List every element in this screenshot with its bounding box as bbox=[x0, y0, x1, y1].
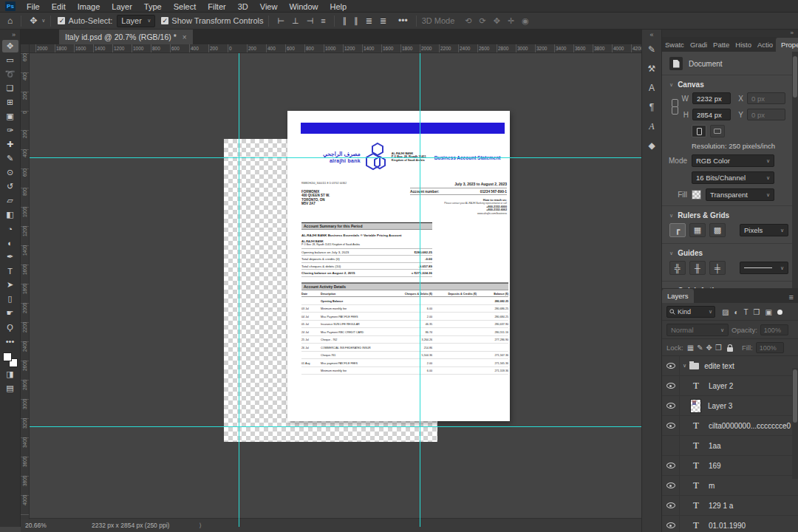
guide-style-select[interactable]: ∨ bbox=[740, 262, 788, 274]
toggle-pixel-grid-icon[interactable]: ▩ bbox=[709, 223, 726, 237]
3d-camera-icon[interactable]: ◉ bbox=[519, 16, 532, 26]
3d-orbit-icon[interactable]: ⟲ bbox=[462, 16, 474, 26]
layer-row[interactable]: ∨ T Layer 3 bbox=[662, 396, 798, 416]
close-icon[interactable]: × bbox=[183, 33, 187, 41]
screen-mode-icon[interactable]: ▤ bbox=[2, 382, 18, 395]
hand-tool-icon[interactable]: ☛ bbox=[2, 307, 18, 319]
eyedropper-tool-icon[interactable]: ✑ bbox=[2, 124, 18, 137]
menu-item[interactable]: Window bbox=[283, 2, 324, 11]
fill-field[interactable]: 100% bbox=[756, 342, 784, 353]
align-edges-icon[interactable]: ≡ bbox=[318, 16, 328, 25]
layer-row[interactable]: ∨ T edite text bbox=[662, 356, 798, 376]
tool-presets-panel-icon[interactable]: ⚒ bbox=[643, 61, 661, 77]
menu-item[interactable]: Type bbox=[138, 2, 168, 11]
quick-actions-section-header[interactable]: ∨ Quick Actions bbox=[662, 282, 798, 288]
canvas-height-field[interactable]: 2854 px bbox=[692, 109, 731, 120]
history-brush-tool-icon[interactable]: ↺ bbox=[2, 180, 18, 193]
align-left-edges-icon[interactable]: ⊢ bbox=[274, 16, 287, 26]
layer-visibility-toggle[interactable] bbox=[662, 436, 680, 455]
chevron-down-icon[interactable]: ∨ bbox=[683, 363, 686, 369]
layer-filter-kind-select[interactable]: Kind ∨ bbox=[666, 306, 715, 318]
link-dimensions-icon[interactable] bbox=[671, 99, 678, 114]
pen-tool-icon[interactable]: ✒ bbox=[2, 250, 18, 263]
fill-color-swatch[interactable] bbox=[692, 190, 701, 200]
lasso-tool-icon[interactable]: ➰ bbox=[2, 68, 18, 81]
vertical-guide[interactable] bbox=[239, 44, 239, 527]
lock-position-icon[interactable]: ✥ bbox=[706, 344, 713, 352]
auto-select-checkbox[interactable]: ✓ bbox=[58, 17, 65, 24]
type-tool-icon[interactable]: T bbox=[2, 265, 18, 277]
vertical-guide[interactable] bbox=[420, 44, 420, 527]
align-horizontal-centers-icon[interactable]: ⊥ bbox=[289, 16, 302, 26]
move-tool-icon[interactable]: ✥ bbox=[2, 40, 18, 52]
blend-mode-select[interactable]: Normal ∨ bbox=[666, 324, 729, 336]
clear-guides-icon[interactable]: ╪ bbox=[709, 261, 726, 275]
filter-shape-layers-icon[interactable]: ❒ bbox=[752, 308, 762, 316]
path-selection-tool-icon[interactable]: ➤ bbox=[2, 279, 18, 291]
filter-type-layers-icon[interactable]: T bbox=[743, 308, 750, 316]
menu-item[interactable]: File bbox=[21, 2, 46, 11]
tab-properties[interactable]: Properties bbox=[776, 38, 798, 52]
orientation-portrait-button[interactable] bbox=[692, 125, 706, 137]
toolbar-expand-icon[interactable]: » bbox=[12, 30, 20, 39]
auto-select-target-select[interactable]: Layer ∨ bbox=[117, 15, 155, 27]
glyphs-panel-icon[interactable]: A bbox=[643, 118, 661, 134]
status-options-arrow[interactable]: ⟩ bbox=[199, 522, 201, 529]
canvas-width-field[interactable]: 2232 px bbox=[692, 92, 731, 104]
bit-depth-select[interactable]: 16 Bits/Channel ∨ bbox=[692, 171, 774, 184]
home-icon[interactable]: ⌂ bbox=[4, 16, 16, 26]
zoom-level-field[interactable]: 20.66% bbox=[25, 522, 69, 529]
brush-settings-panel-icon[interactable]: ✎ bbox=[643, 41, 661, 58]
edit-toolbar-icon[interactable]: ••• bbox=[2, 335, 18, 347]
panel-tab[interactable]: Patte bbox=[710, 38, 732, 52]
collapse-panels-icon[interactable]: « bbox=[649, 30, 653, 41]
paragraph-panel-icon[interactable]: ¶ bbox=[643, 99, 661, 115]
panel-tab[interactable]: Gradi bbox=[687, 38, 710, 52]
menu-item[interactable]: Layer bbox=[106, 2, 138, 11]
zoom-tool-icon[interactable]: Ϙ bbox=[2, 321, 18, 333]
lock-transparency-icon[interactable]: ▦ bbox=[686, 344, 695, 352]
clone-stamp-tool-icon[interactable]: ⊙ bbox=[2, 166, 18, 179]
ruler-units-select[interactable]: Pixels ∨ bbox=[740, 224, 788, 236]
layer-visibility-toggle[interactable] bbox=[662, 516, 680, 532]
foreground-color-swatch[interactable] bbox=[3, 352, 12, 361]
show-transform-controls-checkbox[interactable]: ✓ bbox=[161, 17, 168, 24]
panel-menu-icon[interactable]: ≡ bbox=[789, 293, 798, 303]
tab-layers[interactable]: Layers bbox=[662, 289, 694, 303]
layer-visibility-toggle[interactable] bbox=[662, 456, 680, 475]
toggle-rulers-icon[interactable]: ┏ bbox=[669, 223, 686, 237]
distribute-horizontal-icon[interactable]: ∥ bbox=[351, 16, 361, 26]
lock-guides-icon[interactable]: ╫ bbox=[689, 261, 706, 275]
panel-tab[interactable]: Swatc bbox=[662, 38, 687, 52]
frame-tool-icon[interactable]: ▣ bbox=[2, 110, 18, 123]
opacity-field[interactable]: 100% bbox=[760, 324, 788, 335]
guides-section-header[interactable]: ∨ Guides bbox=[662, 244, 798, 261]
gradient-tool-icon[interactable]: ◧ bbox=[2, 208, 18, 221]
orientation-landscape-button[interactable] bbox=[710, 125, 725, 137]
more-options-icon[interactable]: ••• bbox=[395, 16, 411, 26]
layer-visibility-toggle[interactable] bbox=[662, 496, 680, 515]
crop-tool-icon[interactable]: ⊞ bbox=[2, 96, 18, 109]
toggle-grid-icon[interactable]: ▦ bbox=[689, 223, 706, 237]
threed-panel-icon[interactable]: ◆ bbox=[643, 137, 661, 154]
character-panel-icon[interactable]: A bbox=[643, 80, 661, 96]
layer-visibility-toggle[interactable] bbox=[662, 396, 680, 415]
shape-tool-icon[interactable]: ▯ bbox=[2, 293, 18, 305]
3d-roll-icon[interactable]: ⟳ bbox=[477, 16, 489, 26]
layer-row[interactable]: ∨ T 169 bbox=[662, 456, 798, 476]
brush-tool-icon[interactable]: ✎ bbox=[2, 152, 18, 165]
menu-item[interactable]: Filter bbox=[202, 2, 231, 11]
layer-row[interactable]: ∨ T 01.01.1990 bbox=[662, 516, 798, 532]
filter-smart-objects-icon[interactable]: ▣ bbox=[764, 308, 774, 316]
lock-all-icon[interactable] bbox=[727, 347, 733, 352]
menu-item[interactable]: 3D bbox=[232, 2, 254, 11]
menu-item[interactable]: Image bbox=[72, 2, 106, 11]
layer-visibility-toggle[interactable] bbox=[662, 416, 680, 435]
menu-item[interactable]: Help bbox=[324, 2, 353, 11]
menu-item[interactable]: Select bbox=[168, 2, 202, 11]
distribute-space-vertical-icon[interactable]: ≣ bbox=[363, 16, 375, 26]
lock-artboard-icon[interactable]: ❒ bbox=[715, 344, 723, 352]
menu-item[interactable]: Edit bbox=[46, 2, 72, 11]
color-swatches[interactable] bbox=[3, 352, 18, 367]
layer-row[interactable]: ∨ T m bbox=[662, 476, 798, 496]
